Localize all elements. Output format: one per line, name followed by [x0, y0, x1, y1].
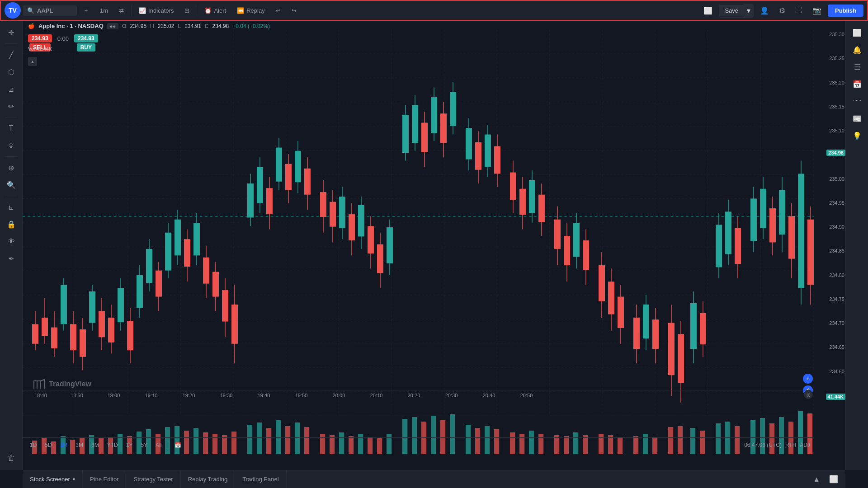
trash-tool[interactable]: 🗑 — [3, 450, 19, 466]
settings-icon-btn[interactable]: ⚙ — [775, 4, 789, 17]
watchlist-icon-btn[interactable]: 👤 — [756, 4, 773, 17]
period-1m[interactable]: 1M — [57, 441, 71, 450]
tradingview-watermark: TradingView — [32, 377, 91, 391]
svg-rect-147 — [779, 190, 785, 235]
projection-tool[interactable]: ⊿ — [3, 81, 19, 97]
period-ytd[interactable]: YTD — [104, 441, 122, 450]
data-panel-button[interactable]: 〰 — [849, 93, 865, 109]
left-sep-4 — [5, 196, 18, 196]
save-main-button[interactable]: Save — [719, 5, 744, 16]
period-6m[interactable]: 6M — [88, 441, 103, 450]
ideas-panel-button[interactable]: 💡 — [849, 127, 865, 144]
svg-rect-143 — [760, 189, 766, 228]
layouts-button[interactable]: ⊞ — [180, 5, 194, 16]
measure-tool[interactable]: ⊕ — [3, 160, 19, 176]
svg-rect-31 — [156, 271, 162, 297]
price-label-13: 234.70 — [817, 320, 844, 326]
emoji-tool[interactable]: ☺ — [3, 137, 19, 154]
tab-pine-editor[interactable]: Pine Editor — [83, 470, 127, 488]
svg-rect-115 — [599, 265, 605, 301]
svg-rect-105 — [538, 195, 545, 222]
svg-rect-33 — [165, 233, 171, 271]
current-price-badge: 234.98 — [826, 150, 845, 156]
symbol-search[interactable]: 🔍 AAPL — [23, 5, 77, 16]
svg-rect-47 — [231, 305, 238, 344]
alert-button[interactable]: ⏰ Alert — [200, 5, 231, 16]
zoom-tool[interactable]: 🔍 — [3, 177, 19, 193]
svg-rect-153 — [807, 220, 814, 285]
svg-rect-75 — [377, 244, 383, 273]
chart-type-button[interactable]: ⬜ — [849, 24, 865, 41]
magnet-tool[interactable]: ⊾ — [3, 199, 19, 215]
period-1y[interactable]: 1Y — [123, 441, 137, 450]
logo-button[interactable]: TV — [5, 2, 21, 19]
time-label-9: 20:00 — [320, 393, 358, 398]
period-3m[interactable]: 3M — [72, 441, 87, 450]
undo-button[interactable]: ↩ — [271, 5, 285, 16]
plus-icon: ＋ — [83, 6, 89, 14]
alerts-panel-button[interactable]: 🔔 — [849, 42, 865, 58]
svg-rect-123 — [643, 305, 649, 338]
chart-area[interactable]: 🍎 Apple Inc · 1 · NASDAQ ●● O 234.95 H 2… — [23, 21, 845, 470]
fullscreen-icon-btn[interactable]: ⬜ — [700, 4, 716, 17]
calendar-panel-button[interactable]: 📅 — [849, 76, 865, 92]
tradingview-text: TradingView — [49, 380, 91, 388]
screenshot-btn[interactable]: 📷 — [809, 4, 825, 17]
svg-rect-103 — [529, 180, 535, 213]
time-label-13: 20:40 — [470, 393, 508, 398]
crosshair-tool[interactable]: ✛ — [3, 24, 19, 41]
period-all[interactable]: All — [152, 441, 165, 450]
svg-rect-29 — [146, 249, 152, 283]
save-dropdown-button[interactable]: ▾ — [744, 4, 753, 17]
svg-rect-111 — [573, 223, 580, 257]
line-tool[interactable]: ╱ — [3, 47, 19, 63]
period-5d[interactable]: 5D — [41, 441, 55, 450]
tab-replay-trading[interactable]: Replay Trading — [181, 470, 235, 488]
svg-rect-95 — [485, 135, 491, 167]
svg-rect-43 — [212, 272, 219, 297]
pen-tool[interactable]: ✒ — [3, 250, 19, 267]
tab-stock-screener[interactable]: Stock Screener ▾ — [23, 470, 83, 488]
svg-rect-27 — [137, 275, 143, 308]
watchlist-panel-button[interactable]: ☰ — [849, 59, 865, 75]
period-1d[interactable]: 1D — [26, 441, 40, 450]
publish-button[interactable]: Publish — [828, 5, 863, 17]
add-symbol-button[interactable]: ＋ — [79, 4, 94, 17]
tab-strategy-tester[interactable]: Strategy Tester — [126, 470, 180, 488]
price-label-7: 235.00 — [817, 176, 844, 182]
period-5y[interactable]: 5Y — [137, 441, 151, 450]
news-panel-button[interactable]: 📰 — [849, 110, 865, 127]
price-label-11: 234.80 — [817, 272, 844, 278]
redo-button[interactable]: ↪ — [287, 5, 301, 16]
crosshair-mode-button[interactable]: + — [803, 374, 813, 384]
text-tool[interactable]: T — [3, 120, 19, 136]
stock-screener-arrow: ▾ — [73, 477, 75, 482]
expand-panel-button[interactable]: ⬜ — [826, 473, 842, 486]
lock-tool[interactable]: 🔒 — [3, 216, 19, 232]
collapse-panel-button[interactable]: ▲ — [809, 473, 824, 486]
timeframe-button[interactable]: 1m — [95, 5, 113, 16]
svg-rect-61 — [304, 169, 311, 195]
brush-tool[interactable]: ✏ — [3, 98, 19, 114]
shapes-tool[interactable]: ⬡ — [3, 64, 19, 80]
indicators-button[interactable]: 📈 Indicators — [134, 5, 178, 16]
sep1 — [131, 5, 132, 16]
price-label-12: 234.75 — [817, 296, 844, 302]
calendar-button[interactable]: 📅 — [171, 441, 185, 450]
svg-rect-121 — [633, 318, 640, 349]
replay-button[interactable]: ⏪ Replay — [232, 5, 269, 16]
indicators-label: Indicators — [148, 7, 174, 14]
visibility-tool[interactable]: 👁 — [3, 233, 19, 249]
fullscreen-btn[interactable]: ⛶ — [792, 4, 806, 17]
svg-rect-93 — [475, 142, 481, 170]
locate-button[interactable]: ◎ — [804, 390, 813, 399]
svg-rect-19 — [99, 311, 105, 337]
compare-button[interactable]: ⇄ — [114, 5, 128, 16]
svg-rect-145 — [769, 208, 776, 242]
rtm-badge: RTH — [785, 442, 796, 448]
exchange-dots: ●● — [110, 23, 116, 29]
tab-trading-panel[interactable]: Trading Panel — [235, 470, 286, 488]
right-sidebar: ⬜ 🔔 ☰ 📅 〰 📰 💡 — [845, 21, 868, 470]
time-label-4: 19:10 — [132, 393, 170, 398]
svg-rect-85 — [431, 97, 437, 133]
